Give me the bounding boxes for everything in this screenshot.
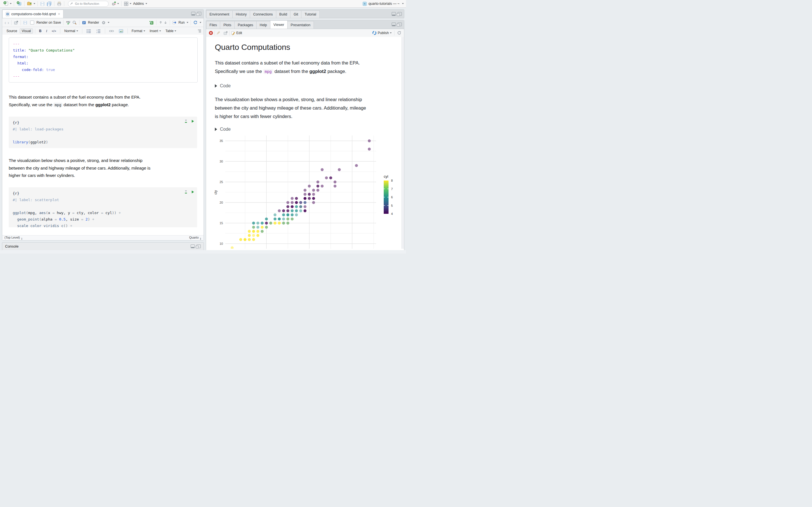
print-button[interactable] <box>56 1 63 7</box>
find-replace-icon[interactable] <box>72 20 77 25</box>
editor-paragraph-2[interactable]: The visualization below shows a positive… <box>9 157 195 179</box>
save-all-button[interactable] <box>46 1 53 7</box>
tab-packages[interactable]: Packages <box>234 21 257 29</box>
render-settings-gear-icon[interactable] <box>101 20 106 25</box>
run-chunks-above-icon[interactable] <box>184 190 188 194</box>
tab-close-icon[interactable]: × <box>58 12 60 16</box>
run-button[interactable]: Run <box>179 20 185 24</box>
code-fold-label: Code <box>220 83 231 89</box>
env-maximize-icon[interactable] <box>398 12 402 16</box>
forward-icon[interactable]: › <box>8 20 9 25</box>
data-point <box>278 209 281 212</box>
console-maximize-icon[interactable] <box>197 244 201 248</box>
back-icon[interactable]: ‹ <box>4 20 6 25</box>
viewer-maximize-icon[interactable] <box>398 22 402 26</box>
new-project-button[interactable]: R <box>15 1 23 7</box>
tab-help[interactable]: Help <box>256 21 270 29</box>
source-mode-button[interactable]: Source <box>4 29 19 34</box>
run-chunk-icon[interactable] <box>191 119 194 123</box>
edit-button[interactable]: Edit <box>236 31 242 35</box>
editor-tab-computations[interactable]: computations-code-fold.qmd × <box>2 10 63 18</box>
popout-viewer-icon[interactable] <box>223 31 228 35</box>
tab-viewer[interactable]: Viewer <box>270 20 288 29</box>
insert-chunk-icon[interactable]: C <box>149 20 154 25</box>
outline-toggle-icon[interactable] <box>197 29 201 33</box>
bullet-list-icon[interactable] <box>84 29 93 34</box>
code-chunk-scatterplot[interactable]: {r}#| label: scatterplot ggplot(mpg, aes… <box>9 187 197 228</box>
code-fold-1[interactable]: Code <box>215 83 393 89</box>
panes-layout-button[interactable] <box>123 1 132 7</box>
goto-file-search[interactable]: Go to file/function <box>68 1 109 7</box>
image-icon[interactable] <box>117 29 125 34</box>
rerun-icon[interactable] <box>193 20 198 25</box>
git-caret[interactable] <box>117 3 119 4</box>
tab-environment[interactable]: Environment <box>206 10 233 18</box>
inline-code: mpg <box>263 69 273 74</box>
project-selector[interactable]: R quarto-tutorials — ~ <box>362 1 404 6</box>
git-button[interactable]: G <box>111 1 120 7</box>
run-next-chunk-icon[interactable] <box>163 20 167 25</box>
spellcheck-icon[interactable]: ABC <box>66 20 71 25</box>
table-menu[interactable]: Table <box>163 29 179 34</box>
publish-caret[interactable] <box>390 33 392 34</box>
tab-presentation[interactable]: Presentation <box>287 21 314 29</box>
minimize-pane-icon[interactable] <box>191 12 195 15</box>
env-minimize-icon[interactable] <box>392 12 396 16</box>
tab-git[interactable]: Git <box>290 10 301 18</box>
editor-paragraph-1[interactable]: This dataset contains a subset of the fu… <box>9 94 195 109</box>
addins-button[interactable]: Addins <box>132 1 148 7</box>
paragraph-style-dropdown[interactable]: Normal <box>62 29 80 34</box>
insert-menu[interactable]: Insert <box>148 29 163 34</box>
tab-plots[interactable]: Plots <box>220 21 235 29</box>
new-file-button[interactable] <box>2 1 12 7</box>
open-file-button[interactable] <box>26 1 36 7</box>
bold-button[interactable]: B <box>37 29 44 34</box>
run-chunk-icon[interactable] <box>191 190 194 194</box>
render-button[interactable]: Render <box>88 20 99 24</box>
refresh-icon[interactable] <box>397 31 402 35</box>
render-on-save-checkbox[interactable] <box>30 20 34 24</box>
code-format-button[interactable]: </> <box>50 29 58 33</box>
save-button[interactable] <box>39 1 46 7</box>
render-caret[interactable] <box>108 22 109 23</box>
tab-tutorial[interactable]: Tutorial <box>301 10 319 18</box>
clear-broom-icon[interactable] <box>216 31 221 35</box>
viewer-scrollbar[interactable] <box>402 37 404 249</box>
editor-tabstrip: computations-code-fold.qmd × <box>2 10 204 18</box>
visual-mode-button[interactable]: Visual <box>20 29 33 34</box>
numbered-list-icon[interactable]: 12 <box>94 29 103 34</box>
run-previous-chunks-icon[interactable] <box>159 20 163 25</box>
stop-icon[interactable] <box>209 31 213 35</box>
new-file-caret[interactable] <box>10 3 11 4</box>
tab-history[interactable]: History <box>232 10 250 18</box>
svg-text:6: 6 <box>391 195 393 199</box>
file-type-selector[interactable]: Quarto▲▼ <box>189 236 201 240</box>
tab-connections[interactable]: Connections <box>250 10 276 18</box>
outline-scope-selector[interactable]: (Top Level)▲▼ <box>4 236 22 240</box>
data-point <box>304 193 306 196</box>
open-file-caret[interactable] <box>34 3 35 4</box>
data-point <box>256 226 259 228</box>
tab-files[interactable]: Files <box>206 21 220 29</box>
editor-content[interactable]: ---title: "Quarto Computations"format: h… <box>2 35 204 227</box>
italic-button[interactable]: I <box>44 29 49 34</box>
yaml-block[interactable]: ---title: "Quarto Computations"format: h… <box>9 38 198 82</box>
save-icon[interactable] <box>23 20 28 25</box>
code-fold-2[interactable]: Code <box>215 127 393 132</box>
rerun-caret[interactable] <box>200 22 201 23</box>
code-chunk-load-packages[interactable]: {r}#| label: load-packages library(ggplo… <box>9 117 197 148</box>
console-minimize-icon[interactable] <box>191 244 195 248</box>
format-menu[interactable]: Format <box>130 29 147 34</box>
tab-build[interactable]: Build <box>276 10 291 18</box>
console-tab[interactable]: Console <box>5 244 18 248</box>
popout-window-icon[interactable] <box>14 20 18 25</box>
panes-caret[interactable] <box>130 3 132 4</box>
viewer-minimize-icon[interactable] <box>392 22 396 26</box>
publish-button[interactable]: Publish <box>378 31 389 35</box>
link-icon[interactable] <box>107 29 116 34</box>
data-point <box>248 230 251 233</box>
run-chunks-above-icon[interactable] <box>184 119 188 123</box>
run-caret[interactable] <box>187 22 188 23</box>
maximize-pane-icon[interactable] <box>197 12 201 15</box>
data-point <box>252 234 255 237</box>
